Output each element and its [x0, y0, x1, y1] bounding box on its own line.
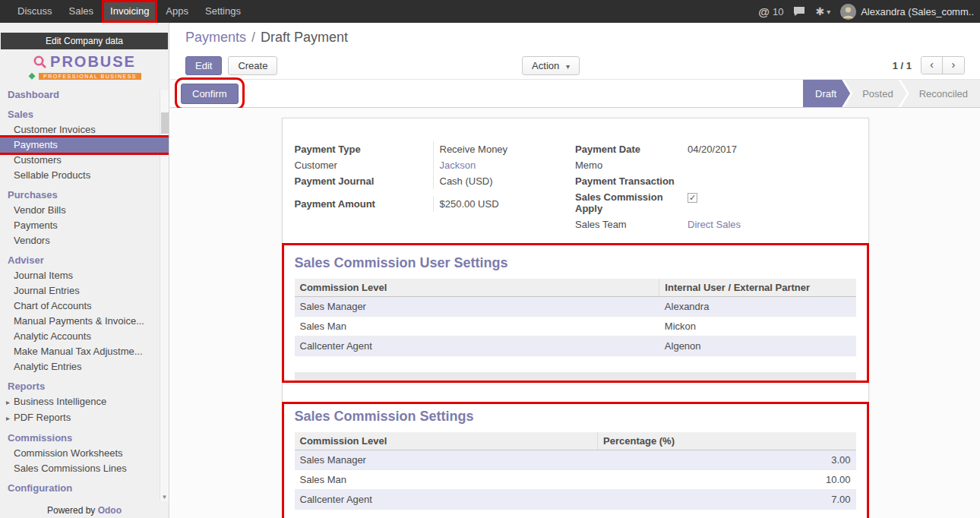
topbar-right: @ 10 ✱ ▾ Alexandra (Sales_comm..	[758, 0, 980, 23]
table-cell: 7.00	[598, 490, 856, 510]
edit-company-button[interactable]: Edit Company data	[1, 33, 168, 49]
mention-button[interactable]: @ 10	[758, 5, 783, 18]
field-value-payment-journal: Cash (USD)	[433, 173, 576, 189]
topbar-menu-invoicing[interactable]: Invoicing	[102, 0, 157, 23]
sidebar-item-label: Adviser	[8, 254, 44, 266]
breadcrumb-payments-link[interactable]: Payments	[185, 30, 246, 46]
sidebar-item-customers[interactable]: Customers	[0, 153, 169, 168]
caret-down-icon: ▾	[827, 8, 830, 16]
company-logo[interactable]: PROBUSE PROFESSIONAL BUSINESS	[0, 49, 169, 83]
sidebar: Edit Company data PROBUSE PROFESSIONAL B…	[0, 23, 169, 518]
table-row[interactable]: Sales ManMickon	[295, 317, 856, 336]
field-memo: Memo	[575, 157, 856, 173]
table-header-row: Commission LevelInternal User / External…	[295, 279, 856, 297]
sidebar-heading-dashboard[interactable]: Dashboard	[0, 87, 169, 103]
pager: 1 / 1 ‹ ›	[893, 56, 965, 74]
column-header-commission-level[interactable]: Commission Level	[295, 432, 598, 450]
sidebar-item-sellable-products[interactable]: Sellable Products	[0, 168, 169, 183]
column-header-internal-user-external-partner[interactable]: Internal User / External Partner	[659, 279, 856, 297]
user-name: Alexandra (Sales_comm..	[861, 6, 974, 17]
topbar-menu-discuss[interactable]: Discuss	[9, 0, 61, 23]
column-header-percentage[interactable]: Percentage (%)	[598, 432, 856, 450]
table-header-row: Commission LevelPercentage (%)	[295, 432, 856, 450]
field-payment-amount: Payment Amount$250.00 USD	[295, 196, 576, 212]
column-header-commission-level[interactable]: Commission Level	[295, 279, 659, 297]
sidebar-heading-reports[interactable]: Reports	[0, 379, 169, 394]
scrollbar-thumb[interactable]	[161, 112, 169, 134]
sidebar-item-label: Journal Entries	[14, 285, 80, 296]
table-row[interactable]: Callcenter Agent7.00	[295, 490, 856, 510]
sidebar-item-label: Sellable Products	[14, 169, 90, 181]
mention-icon: @	[758, 5, 770, 18]
messages-button[interactable]	[793, 6, 805, 17]
sidebar-item-journal-entries[interactable]: Journal Entries	[0, 283, 169, 298]
field-label-payment-date: Payment Date	[575, 141, 681, 157]
pager-previous-button[interactable]: ‹	[922, 57, 943, 74]
topbar-menu-settings[interactable]: Settings	[197, 0, 249, 23]
field-label-sales-team: Sales Team	[575, 216, 681, 232]
sidebar-item-label: Make Manual Tax Adjustme...	[14, 346, 143, 357]
scroll-down-icon[interactable]: ▼	[160, 494, 169, 501]
logo-magnifier-icon	[33, 55, 48, 70]
table-cell: 10.00	[598, 470, 856, 490]
sidebar-item-commission-worksheets[interactable]: Commission Worksheets	[0, 446, 169, 461]
field-label-customer: Customer	[295, 157, 433, 173]
confirm-button[interactable]: Confirm	[181, 84, 239, 104]
link-jackson[interactable]: Jackson	[440, 160, 476, 171]
sidebar-item-analytic-accounts[interactable]: Analytic Accounts	[0, 329, 169, 344]
action-dropdown[interactable]: Action ▾	[522, 56, 580, 75]
topbar-menu-apps[interactable]: Apps	[157, 0, 197, 23]
field-sales-commission-apply: Sales Commission Apply✓	[575, 189, 856, 216]
field-label-payment-journal: Payment Journal	[295, 173, 433, 189]
link-direct-sales[interactable]: Direct Sales	[688, 219, 741, 230]
table-row[interactable]: Sales ManagerAlexandra	[295, 297, 856, 317]
edit-button[interactable]: Edit	[185, 56, 222, 75]
sidebar-item-manual-payments-invoice[interactable]: Manual Payments & Invoice...	[0, 314, 169, 329]
stage-reconciled[interactable]: Reconciled	[901, 80, 980, 107]
statusbar: Confirm DraftPostedReconciled	[170, 79, 980, 108]
chat-bubble-icon	[793, 6, 805, 17]
sidebar-heading-sales[interactable]: Sales	[0, 107, 169, 122]
sidebar-heading-commissions[interactable]: Commissions	[0, 431, 169, 446]
sidebar-item-payments[interactable]: Payments	[0, 218, 169, 233]
field-payment-date: Payment Date04/20/2017	[575, 141, 856, 157]
user-settings-table: Commission LevelInternal User / External…	[295, 279, 856, 356]
sidebar-item-label: Customer Invoices	[14, 124, 96, 135]
section-title-user-settings: Sales Commission User Settings	[295, 255, 856, 271]
checkbox-sales-commission-apply[interactable]: ✓	[688, 193, 697, 203]
sidebar-item-journal-items[interactable]: Journal Items	[0, 268, 169, 283]
table-row[interactable]: Callcenter AgentAlgenon	[295, 336, 856, 356]
user-menu[interactable]: Alexandra (Sales_comm..	[840, 4, 974, 20]
sidebar-item-vendors[interactable]: Vendors	[0, 233, 169, 248]
pager-next-button[interactable]: ›	[943, 57, 964, 74]
sidebar-item-pdf-reports[interactable]: ▸PDF Reports	[0, 410, 169, 426]
topbar-menu-sales[interactable]: Sales	[61, 0, 103, 23]
stage-draft[interactable]: Draft	[803, 80, 850, 107]
stage-posted[interactable]: Posted	[844, 80, 906, 107]
create-button[interactable]: Create	[228, 56, 277, 75]
debug-menu-button[interactable]: ✱ ▾	[815, 5, 830, 17]
sidebar-item-vendor-bills[interactable]: Vendor Bills	[0, 203, 169, 218]
form-right: Payment Date04/20/2017MemoPayment Transa…	[575, 141, 856, 232]
sidebar-item-chart-of-accounts[interactable]: Chart of Accounts	[0, 298, 169, 314]
sidebar-item-payments[interactable]: Payments	[0, 137, 169, 153]
sidebar-item-analytic-entries[interactable]: Analytic Entries	[0, 359, 169, 374]
breadcrumb-separator: /	[251, 30, 255, 46]
table-row[interactable]: Sales Manager3.00	[295, 450, 856, 470]
sidebar-heading-purchases[interactable]: Purchases	[0, 188, 169, 203]
table-cell: Sales Manager	[295, 297, 659, 317]
sidebar-item-customer-invoices[interactable]: Customer Invoices	[0, 122, 169, 137]
sidebar-item-label: Purchases	[8, 189, 58, 201]
sidebar-heading-configuration[interactable]: Configuration	[0, 481, 169, 496]
sidebar-heading-adviser[interactable]: Adviser	[0, 253, 169, 268]
sidebar-item-make-manual-tax-adjustme[interactable]: Make Manual Tax Adjustme...	[0, 344, 169, 359]
sidebar-item-business-intelligence[interactable]: ▸Business Intelligence	[0, 394, 169, 410]
sidebar-item-label: Analytic Accounts	[14, 330, 91, 342]
table-row[interactable]: Sales Man10.00	[295, 470, 856, 490]
odoo-link[interactable]: Odoo	[98, 505, 122, 516]
field-label-memo: Memo	[575, 157, 681, 173]
table-cell: Callcenter Agent	[295, 336, 659, 356]
sidebar-item-label: Payments	[14, 139, 58, 150]
sidebar-item-sales-commissions-lines[interactable]: Sales Commissions Lines	[0, 461, 169, 476]
avatar	[840, 4, 856, 20]
